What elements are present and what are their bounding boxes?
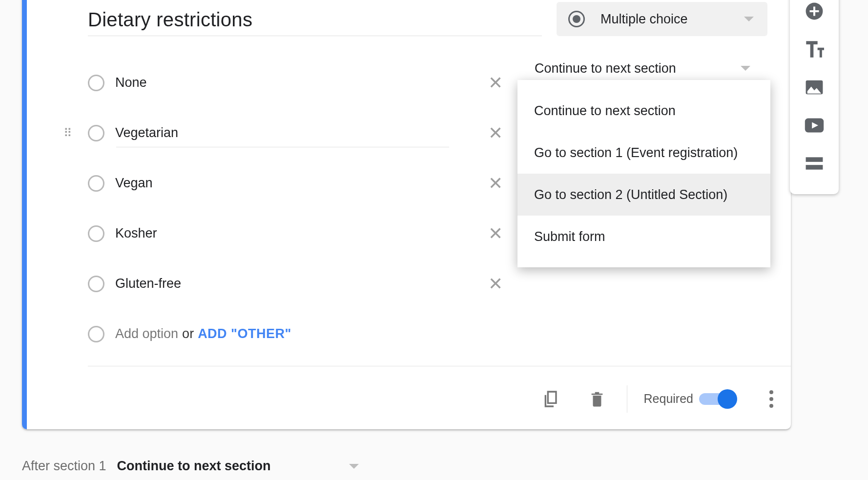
after-section-label: After section 1: [22, 459, 106, 474]
or-text: or: [182, 326, 194, 341]
chevron-down-icon: [744, 17, 754, 21]
radio-icon: [88, 225, 104, 242]
chevron-down-icon: [741, 66, 750, 71]
copy-icon: [541, 388, 561, 410]
question-card: Dietary restrictions Multiple choice Non…: [22, 0, 791, 429]
dropdown-item[interactable]: Go to section 1 (Event registration): [517, 132, 770, 174]
radio-icon: [88, 75, 104, 91]
trash-icon: [589, 389, 605, 409]
option-label[interactable]: Vegan: [115, 176, 153, 191]
add-option-row: Add option or ADD "OTHER": [88, 309, 508, 359]
option-row[interactable]: Kosher ✕: [88, 208, 508, 259]
question-title-text[interactable]: Dietary restrictions: [88, 9, 542, 36]
radio-icon: [88, 175, 104, 192]
radio-icon: [88, 125, 104, 141]
after-section-value: Continue to next section: [117, 459, 271, 474]
add-question-button[interactable]: [790, 0, 839, 30]
divider: [88, 366, 791, 366]
more-button[interactable]: [769, 390, 773, 408]
radio-icon: [568, 11, 585, 27]
drag-handle-icon[interactable]: ⠿: [63, 131, 74, 135]
option-row[interactable]: None ✕: [88, 58, 508, 108]
svg-rect-3: [806, 157, 823, 162]
divider: [627, 385, 627, 413]
close-icon[interactable]: ✕: [488, 124, 503, 142]
active-card-indicator: [22, 0, 27, 429]
option-label[interactable]: Vegetarian: [115, 125, 178, 140]
option-label[interactable]: Gluten-free: [115, 276, 181, 291]
add-section-button[interactable]: [790, 144, 839, 182]
dropdown-item[interactable]: Go to section 2 (Untitled Section): [517, 174, 770, 216]
close-icon[interactable]: ✕: [488, 225, 503, 242]
close-icon[interactable]: ✕: [488, 175, 503, 192]
required-label: Required: [644, 392, 693, 406]
option-row[interactable]: ⠿ Vegetarian ✕: [88, 108, 508, 158]
add-option-placeholder[interactable]: Add option: [115, 326, 178, 341]
dropdown-item[interactable]: Submit form: [517, 216, 770, 258]
dropdown-item[interactable]: Continue to next section: [517, 90, 770, 132]
close-icon[interactable]: ✕: [488, 74, 503, 92]
option-row[interactable]: Vegan ✕: [88, 158, 508, 208]
plus-circle-icon: [805, 2, 824, 20]
add-other-link[interactable]: ADD "OTHER": [198, 326, 291, 341]
chevron-down-icon: [349, 464, 359, 469]
option-label[interactable]: None: [115, 75, 147, 90]
radio-icon: [88, 276, 104, 292]
goto-selected-label: Continue to next section: [535, 61, 676, 76]
options-list: None ✕ ⠿ Vegetarian ✕ Vegan ✕ Kosher ✕ G…: [88, 58, 508, 359]
add-video-button[interactable]: [790, 106, 839, 144]
delete-button[interactable]: [585, 387, 609, 411]
floating-toolbar: [790, 0, 839, 194]
question-footer: Required: [22, 378, 791, 420]
text-icon: [805, 41, 824, 58]
goto-section-select[interactable]: Continue to next section: [535, 56, 759, 81]
option-row[interactable]: Gluten-free ✕: [88, 259, 508, 309]
add-title-button[interactable]: [790, 30, 839, 68]
section-icon: [805, 156, 824, 171]
question-title-field[interactable]: Dietary restrictions: [88, 9, 542, 36]
svg-rect-4: [806, 165, 823, 170]
radio-icon: [88, 326, 104, 342]
input-underline: [116, 147, 449, 147]
question-type-label: Multiple choice: [600, 12, 688, 27]
after-section-selector[interactable]: After section 1 Continue to next section: [22, 459, 359, 474]
add-image-button[interactable]: [790, 68, 839, 106]
goto-dropdown: Continue to next section Go to section 1…: [517, 80, 770, 267]
video-icon: [804, 118, 825, 133]
option-label[interactable]: Kosher: [115, 226, 157, 241]
required-toggle[interactable]: [699, 393, 735, 405]
duplicate-button[interactable]: [539, 387, 563, 411]
image-icon: [805, 79, 824, 96]
question-type-selector[interactable]: Multiple choice: [557, 2, 767, 36]
close-icon[interactable]: ✕: [488, 275, 503, 293]
